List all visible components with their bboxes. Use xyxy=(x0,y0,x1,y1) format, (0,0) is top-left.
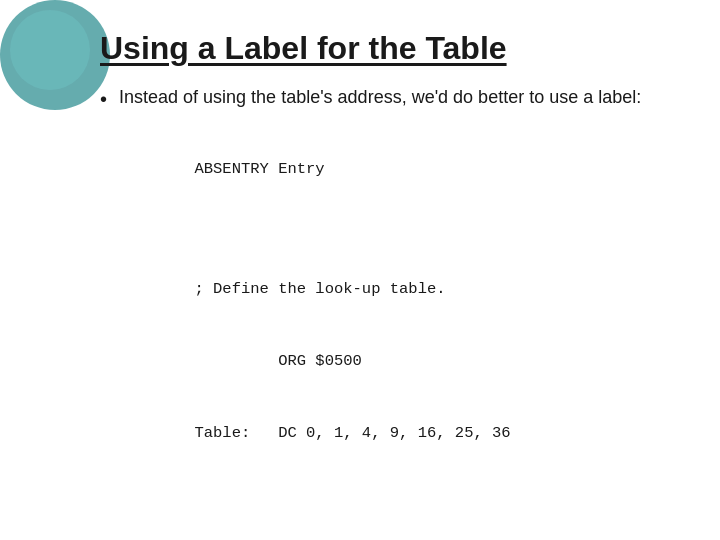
slide: Using a Label for the Table • Instead of… xyxy=(0,0,720,540)
code-line-3: ; Define the look-up table. xyxy=(194,280,445,298)
bullet-text: Instead of using the table's address, we… xyxy=(119,85,641,110)
code-section: ABSENTRY Entry ; Define the look-up tabl… xyxy=(60,133,660,540)
bullet-dot: • xyxy=(100,85,107,113)
code-line-5: Table: DC 0, 1, 4, 9, 16, 25, 36 xyxy=(194,424,510,442)
title-section: Using a Label for the Table xyxy=(60,30,660,67)
bullet-item: • Instead of using the table's address, … xyxy=(100,85,660,113)
slide-content: Using a Label for the Table • Instead of… xyxy=(60,30,660,540)
code-line-4: ORG $0500 xyxy=(194,352,361,370)
code-block: ABSENTRY Entry ; Define the look-up tabl… xyxy=(120,133,660,540)
code-line-1: ABSENTRY Entry xyxy=(194,160,324,178)
bullet-section: • Instead of using the table's address, … xyxy=(60,85,660,113)
slide-title: Using a Label for the Table xyxy=(60,30,660,67)
